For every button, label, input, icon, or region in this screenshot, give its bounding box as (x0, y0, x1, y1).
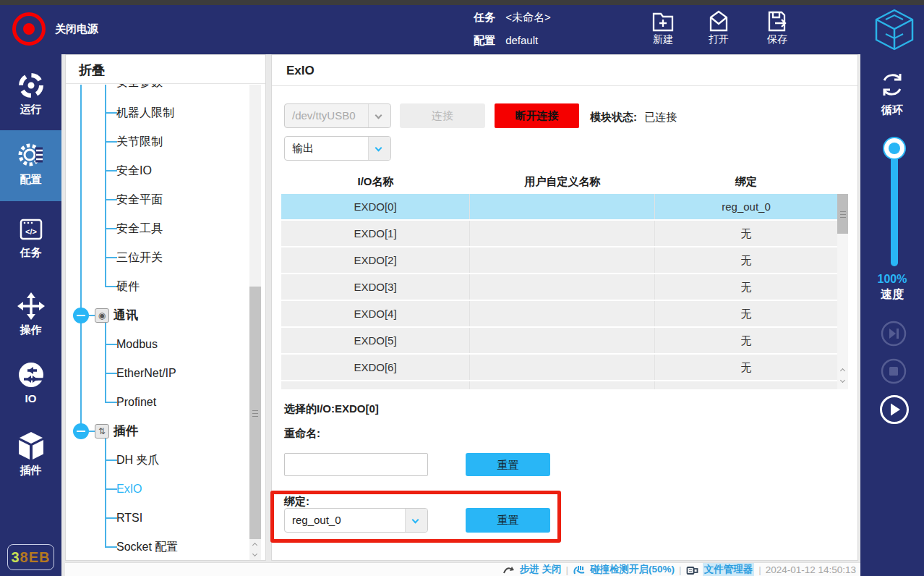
table-scrollbar[interactable] (837, 194, 848, 389)
table-row-exdo7[interactable]: EXDO[7] 无 (281, 381, 837, 389)
bind-reset-button[interactable]: 重置 (466, 508, 550, 533)
cell-custom-name (470, 328, 655, 353)
table-row-exdo6[interactable]: EXDO[6] 无 (281, 355, 837, 381)
tree-item-modbus[interactable]: Modbus (116, 337, 158, 352)
speed-slider-knob[interactable] (884, 138, 904, 158)
play-button[interactable] (879, 394, 910, 425)
save-icon (766, 9, 789, 33)
step-forward-button[interactable] (881, 321, 907, 347)
tree-collapse-header[interactable]: 折叠 (66, 55, 265, 84)
right-control-bar: 循环 100% 速度 (860, 54, 924, 576)
tree-scrollbar[interactable] (249, 85, 261, 561)
status-code-part2: 8EB (20, 549, 51, 565)
speed-slider-track[interactable] (891, 148, 898, 266)
nav-item-operate[interactable]: 操作 (0, 292, 61, 337)
col-header-io-name: I/O名称 (281, 169, 470, 194)
loop-label: 循环 (860, 103, 924, 117)
top-bar: 关闭电源 任务 <未命名> 配置 default 新建 打开 保存 (0, 5, 924, 54)
tree-item-robot-limit[interactable]: 机器人限制 (116, 106, 174, 120)
connect-button[interactable]: 连接 (400, 103, 485, 128)
tree-item-safety-io[interactable]: 安全IO (116, 164, 152, 178)
module-status-label: 模块状态: (590, 111, 637, 123)
tree-item-profinet[interactable]: Profinet (116, 395, 156, 410)
new-task-button[interactable]: 新建 (640, 9, 686, 46)
tree-item-safety-plane[interactable]: 安全平面 (116, 192, 163, 207)
cell-custom-name (470, 355, 655, 380)
io-direction-value: 输出 (292, 142, 314, 156)
nav-item-plugin[interactable]: 插件 (0, 431, 61, 478)
table-row-exdo5[interactable]: EXDO[5] 无 (281, 328, 837, 355)
nav-item-task[interactable]: </> 任务 (0, 217, 61, 260)
tree-item-hardware[interactable]: 硬件 (116, 279, 140, 294)
code-window-icon: </> (17, 217, 46, 243)
collision-detect-status[interactable]: 碰撞检测开启(50%) (590, 563, 675, 576)
nav-item-config[interactable]: 配置 (0, 140, 61, 187)
serial-port-select[interactable]: /dev/ttyUSB0 (284, 103, 391, 128)
collapse-node-plugin[interactable] (73, 423, 89, 439)
thumb-grip (252, 410, 258, 411)
table-scrollbar-thumb[interactable] (837, 194, 848, 234)
power-button[interactable] (12, 12, 46, 46)
table-body: EXDO[0] reg_out_0 EXDO[1] 无 EXDO[2] 无 EX… (281, 194, 848, 389)
new-folder-icon (651, 9, 675, 33)
io-arrows-icon (17, 360, 46, 389)
bind-label: 绑定: (284, 495, 309, 509)
table-row-exdo3[interactable]: EXDO[3] 无 (281, 274, 837, 301)
tree-item-ethernet-ip[interactable]: EtherNet/IP (116, 366, 176, 381)
rename-reset-button[interactable]: 重置 (466, 453, 550, 476)
tree-item-socket-config[interactable]: Socket 配置 (116, 540, 178, 554)
file-manager-link[interactable]: 文件管理器 (703, 563, 755, 576)
tree-scrollbar-thumb[interactable] (249, 287, 261, 540)
collapse-node-comm[interactable] (73, 308, 89, 323)
io-direction-select[interactable]: 输出 (284, 136, 391, 161)
module-status-value: 已连接 (644, 111, 677, 123)
rename-input[interactable] (284, 453, 428, 476)
open-task-label: 打开 (696, 33, 742, 46)
save-task-label: 保存 (754, 33, 800, 46)
plugin-group-icon: ⇅ (95, 424, 109, 439)
open-task-button[interactable]: 打开 (696, 9, 742, 46)
table-row-exdo1[interactable]: EXDO[1] 无 (281, 221, 837, 247)
nav-item-io[interactable]: IO (0, 360, 61, 405)
thumb-grip (840, 217, 846, 218)
tree-item-safety-tool[interactable]: 安全工具 (116, 221, 163, 236)
table-scroll-up-button[interactable] (837, 365, 848, 376)
cell-bind: 无 (655, 247, 837, 273)
cell-bind: reg_out_0 (655, 194, 837, 219)
table-row-exdo0-selected[interactable]: EXDO[0] reg_out_0 (281, 194, 837, 221)
step-mode-status[interactable]: 步进 关闭 (520, 563, 562, 576)
tree-item-three-position-switch[interactable]: 三位开关 (116, 250, 163, 265)
serial-port-value: /dev/ttyUSB0 (292, 109, 356, 122)
table-row-exdo2[interactable]: EXDO[2] 无 (281, 247, 837, 274)
tree-group-plugin[interactable]: 插件 (114, 424, 138, 439)
tree-scroll-down-button[interactable] (249, 550, 261, 561)
cell-bind: 无 (655, 355, 837, 380)
page-title: ExIO (286, 64, 315, 78)
tree-item-dh-gripper[interactable]: DH 夹爪 (116, 453, 160, 467)
nav-item-run[interactable]: 运行 (0, 71, 61, 117)
disconnect-button[interactable]: 断开连接 (495, 103, 579, 128)
table-scroll-down-button[interactable] (837, 376, 848, 387)
collision-detect-icon (573, 564, 586, 575)
cell-io-name: EXDO[1] (281, 221, 470, 246)
tree-item-joint-limit[interactable]: 关节限制 (116, 135, 163, 149)
tree-group-comm[interactable]: 通讯 (114, 308, 138, 323)
bind-select[interactable]: reg_out_0 (284, 508, 428, 533)
save-task-button[interactable]: 保存 (754, 9, 800, 46)
chevron-down-icon (375, 145, 382, 152)
tree-tick (105, 286, 117, 287)
thumb-grip (840, 211, 846, 212)
table-row-exdo4[interactable]: EXDO[4] 无 (281, 301, 837, 328)
stop-button[interactable] (881, 358, 907, 384)
tree-scroll-up-button[interactable] (249, 539, 261, 550)
tree-item-exio-selected[interactable]: ExIO (116, 482, 142, 496)
cell-bind: 无 (655, 381, 837, 389)
gear-icon (16, 140, 46, 170)
new-task-label: 新建 (640, 33, 686, 46)
left-nav: 运行 配置 </> 任务 操作 IO (0, 54, 61, 576)
col-header-custom-name: 用户自定义名称 (470, 169, 655, 194)
tree-trunk-line (80, 85, 82, 432)
selected-io-label: 选择的I/O:EXDO[0] (284, 402, 379, 416)
tree-item-rtsi[interactable]: RTSI (116, 511, 142, 525)
tree-branch-line-comm (105, 319, 106, 402)
